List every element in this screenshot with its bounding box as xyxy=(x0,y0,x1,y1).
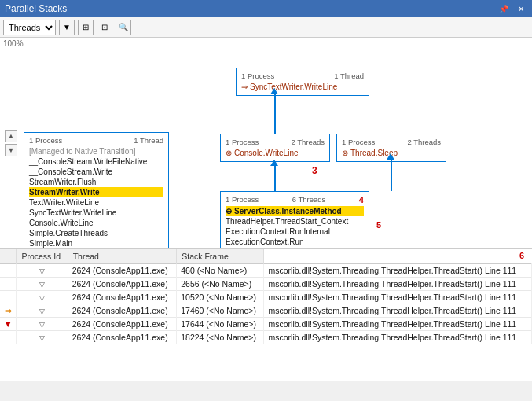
row-stack-frame: mscorlib.dll!System.Threading.ThreadHelp… xyxy=(264,331,532,344)
box1-method-6[interactable]: SyncTextWriter.WriteLine xyxy=(29,208,163,218)
row-stack-frame: mscorlib.dll!System.Threading.ThreadHelp… xyxy=(264,291,532,304)
arrow-head-1 xyxy=(270,160,278,166)
box1-process: 1 Process xyxy=(29,136,62,145)
title-bar: Parallel Stacks 📌 ✕ xyxy=(0,0,532,17)
label-6: 6 xyxy=(519,251,524,260)
table-row[interactable]: ▼▽2624 (ConsoleApp11.exe)17644 (<No Name… xyxy=(0,318,532,331)
box1-method-7[interactable]: Console.WriteLine xyxy=(29,218,163,228)
box1-method-1[interactable]: __ConsoleStream.WriteFileNative xyxy=(29,156,163,167)
row-filter-icon[interactable]: ▽ xyxy=(17,331,68,344)
row-process-id: 2624 (ConsoleApp11.exe) xyxy=(68,304,177,318)
arrow-line-2 xyxy=(274,94,276,134)
table-row[interactable]: ▽2624 (ConsoleApp11.exe)10520 (<No Name>… xyxy=(0,291,532,304)
box3-process: 1 Process xyxy=(342,138,375,146)
arrow-head-3 xyxy=(387,153,394,160)
diagram-area: 100% ▲ ▼ 1 Process 1 Thread [Managed to … xyxy=(0,38,532,248)
toggle-method-btn[interactable]: ⊞ xyxy=(78,20,94,35)
row-thread: 17644 (<No Name>) xyxy=(177,318,264,331)
row-process-id: 2624 (ConsoleApp11.exe) xyxy=(68,331,177,344)
label-3: 3 xyxy=(312,165,317,176)
box4-method-0[interactable]: ⇒SyncTextWriter.WriteLine xyxy=(241,82,364,92)
row-process-id: 2624 (ConsoleApp11.exe) xyxy=(68,278,177,291)
box1-method-4[interactable]: StreamWriter.Write xyxy=(29,187,163,197)
arrow-line-1 xyxy=(274,166,276,192)
row-arrow-icon xyxy=(0,291,17,304)
arrow-line-3 xyxy=(391,160,392,191)
row-process-id: 2624 (ConsoleApp11.exe) xyxy=(68,264,177,278)
filter-btn[interactable]: ▼ xyxy=(59,20,75,35)
box5-method-4[interactable]: ExecutionContext.Run xyxy=(226,247,364,248)
bottom-table: 6 Process Id Thread Stack Frame ▽2624 (C… xyxy=(0,248,532,381)
row-stack-frame: mscorlib.dll!System.Threading.ThreadHelp… xyxy=(264,264,532,278)
expand-btn[interactable]: ⊡ xyxy=(97,20,112,35)
title-bar-controls: 📌 ✕ xyxy=(496,4,527,14)
box5-thread: 6 Threads xyxy=(292,195,326,204)
box2-thread: 2 Threads xyxy=(291,138,325,146)
row-arrow-icon: ⇒ xyxy=(0,304,17,318)
stack-box-2[interactable]: 1 Process 2 Threads ⊗Console.WriteLine xyxy=(220,134,330,162)
table-row[interactable]: ⇒▽2624 (ConsoleApp11.exe)17460 (<No Name… xyxy=(0,304,532,318)
box3-thread: 2 Threads xyxy=(407,138,441,146)
row-thread: 2656 (<No Name>) xyxy=(177,278,264,291)
box5-method-1[interactable]: ThreadHelper.ThreadStart_Context xyxy=(226,216,364,226)
box1-method-8[interactable]: Simple.CreateThreads xyxy=(29,228,163,238)
table-header-row: Process Id Thread Stack Frame xyxy=(0,249,532,264)
row-thread: 460 (<No Name>) xyxy=(177,264,264,278)
row-thread: 17460 (<No Name>) xyxy=(177,304,264,318)
row-process-id: 2624 (ConsoleApp11.exe) xyxy=(68,291,177,304)
row-filter-icon[interactable]: ▽ xyxy=(17,264,68,278)
row-filter-icon[interactable]: ▽ xyxy=(17,304,68,318)
box2-method-0[interactable]: ⊗Console.WriteLine xyxy=(226,148,325,158)
row-filter-icon[interactable]: ▽ xyxy=(17,291,68,304)
col-stack-frame: Stack Frame xyxy=(177,249,264,264)
toolbar: Threads Tasks ▼ ⊞ ⊡ 🔍 xyxy=(0,17,532,38)
col-process-id: Process Id xyxy=(17,249,68,264)
box1-method-5[interactable]: TextWriter.WriteLine xyxy=(29,197,163,208)
box1-method-0[interactable]: [Managed to Native Transition] xyxy=(29,146,163,156)
window-title: Parallel Stacks xyxy=(5,3,67,14)
row-thread: 10520 (<No Name>) xyxy=(177,291,264,304)
row-arrow-icon xyxy=(0,278,17,291)
zoom-level: 100% xyxy=(3,39,24,48)
table-row[interactable]: ▽2624 (ConsoleApp11.exe)18224 (<No Name>… xyxy=(0,331,532,344)
stack-box-1[interactable]: 1 Process 1 Thread [Managed to Native Tr… xyxy=(24,132,169,248)
box5-process: 1 Process xyxy=(226,195,259,204)
row-arrow-icon xyxy=(0,264,17,278)
box1-thread: 1 Thread xyxy=(134,136,163,145)
nav-up[interactable]: ▲ xyxy=(5,130,17,142)
table-row[interactable]: ▽2624 (ConsoleApp11.exe)2656 (<No Name>)… xyxy=(0,278,532,291)
box4-thread: 1 Thread xyxy=(334,72,364,80)
row-filter-icon[interactable]: ▽ xyxy=(17,278,68,291)
box5-method-0[interactable]: ⊕ServerClass.InstanceMethod xyxy=(226,206,364,216)
row-thread: 18224 (<No Name>) xyxy=(177,331,264,344)
view-selector[interactable]: Threads Tasks xyxy=(3,20,56,35)
row-process-id: 2624 (ConsoleApp11.exe) xyxy=(68,318,177,331)
stack-box-5[interactable]: 1 Process 6 Threads 4 ⊕ServerClass.Insta… xyxy=(220,191,369,248)
table-row[interactable]: ▽2624 (ConsoleApp11.exe)460 (<No Name>)m… xyxy=(0,264,532,278)
row-arrow-icon: ▼ xyxy=(0,318,17,331)
label-5: 5 xyxy=(376,220,381,230)
box1-method-9[interactable]: Simple.Main xyxy=(29,238,163,248)
row-filter-icon[interactable]: ▽ xyxy=(17,318,68,331)
label-4: 4 xyxy=(359,195,364,204)
row-arrow-icon xyxy=(0,331,17,344)
box1-method-2[interactable]: __ConsoleStream.Write xyxy=(29,167,163,177)
box2-process: 1 Process xyxy=(226,138,259,146)
box1-method-3[interactable]: StreamWriter.Flush xyxy=(29,177,163,187)
row-stack-frame: mscorlib.dll!System.Threading.ThreadHelp… xyxy=(264,318,532,331)
stack-box-4[interactable]: 1 Process 1 Thread ⇒SyncTextWriter.Write… xyxy=(236,68,369,96)
row-stack-frame: mscorlib.dll!System.Threading.ThreadHelp… xyxy=(264,304,532,318)
box5-method-3[interactable]: ExecutionContext.Run xyxy=(226,237,364,247)
pin-icon[interactable]: 📌 xyxy=(496,4,512,14)
locate-btn[interactable]: 🔍 xyxy=(116,20,131,35)
row-stack-frame: mscorlib.dll!System.Threading.ThreadHelp… xyxy=(264,278,532,291)
arrow-head-2 xyxy=(270,88,278,94)
nav-down[interactable]: ▼ xyxy=(5,144,17,156)
col-thread: Thread xyxy=(68,249,177,264)
box5-method-2[interactable]: ExecutionContext.RunInternal xyxy=(226,226,364,237)
close-icon[interactable]: ✕ xyxy=(515,4,527,14)
col-filter xyxy=(0,249,17,264)
box4-process: 1 Process xyxy=(241,72,274,80)
